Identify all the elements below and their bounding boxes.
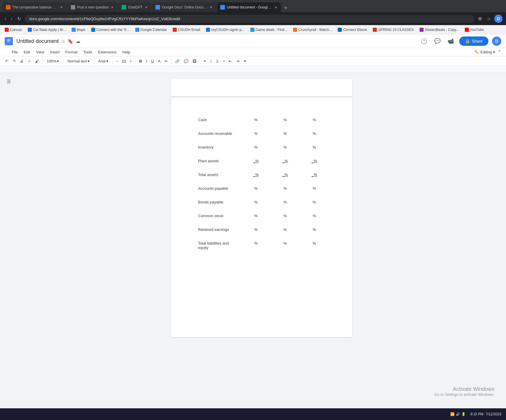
menu-insert[interactable]: Insert (48, 49, 62, 55)
bookmark-csudh[interactable]: CSUDH Email (170, 27, 202, 32)
menu-extensions[interactable]: Extensions (96, 49, 119, 55)
redo-button[interactable]: ↷ (11, 58, 18, 65)
font-increase-button[interactable]: + (128, 58, 134, 65)
val-ta-2[interactable]: _% (271, 170, 300, 179)
val-tl-2[interactable]: % (271, 239, 300, 252)
zoom-dropdown[interactable]: 100% ▾ (44, 58, 61, 65)
highlight-button[interactable]: ✏ (163, 58, 169, 65)
tab-1-close[interactable]: × (60, 4, 63, 10)
underline-button[interactable]: U (149, 58, 155, 65)
val-cash-1[interactable]: % (241, 115, 271, 124)
menu-help[interactable]: Help (120, 49, 133, 55)
bookmark-streambeats[interactable]: StreamBeats - Copy... (417, 27, 461, 32)
bookmark-calstate[interactable]: Cal State Apply | M... (25, 27, 68, 32)
val-tl-1[interactable]: % (241, 239, 271, 252)
val-tl-3[interactable]: % (300, 239, 329, 252)
val-ar-2[interactable]: % (271, 129, 300, 138)
val-ta-3[interactable]: _% (300, 170, 329, 179)
val-cs-2[interactable]: % (271, 211, 300, 220)
val-cash-3[interactable]: % (300, 115, 329, 124)
indent-decrease-button[interactable]: ⇤ (227, 58, 234, 65)
tab-5[interactable]: Untitled document - Google Doc... × (217, 2, 281, 12)
font-decrease-button[interactable]: − (115, 58, 120, 65)
val-bp-2[interactable]: % (271, 198, 300, 207)
image-button[interactable]: 🖼 (191, 58, 198, 65)
tab-1[interactable]: The comparative balance sheet... × (2, 2, 67, 12)
tab-3[interactable]: ChatGPT × (118, 2, 151, 12)
val-cs-3[interactable]: % (300, 211, 329, 220)
cloud-icon[interactable]: ☁ (76, 39, 80, 44)
bookmark-gcal[interactable]: Google Calendar (133, 27, 169, 32)
val-re-2[interactable]: % (271, 225, 300, 234)
val-cash-2[interactable]: % (271, 115, 300, 124)
tab-2[interactable]: Post a new question × (67, 2, 117, 12)
bookmark-maps[interactable]: Maps (69, 27, 88, 32)
bookmark-youtube[interactable]: YouTube (462, 27, 486, 32)
menu-tools[interactable]: Tools (81, 49, 94, 55)
val-ap-2[interactable]: % (271, 184, 300, 193)
menu-file[interactable]: File (9, 49, 20, 55)
val-inv-1[interactable]: % (241, 143, 271, 152)
doc-title[interactable]: Untitled document (16, 38, 59, 44)
bookmark-connect[interactable]: Connect with the Tr... (89, 27, 132, 32)
refresh-button[interactable]: ↻ (16, 15, 22, 23)
doc-page[interactable]: Cash % % % Accounts receivable % % % (171, 98, 352, 337)
val-plant-1[interactable]: _% (241, 156, 271, 165)
bookmark-spring23[interactable]: SPRING 23 CLASSES (370, 27, 416, 32)
val-cs-1[interactable]: % (241, 211, 271, 220)
val-ap-1[interactable]: % (241, 184, 271, 193)
menu-edit[interactable]: Edit (21, 49, 32, 55)
bookmark-ebook[interactable]: Connect Ebook (335, 27, 369, 32)
val-plant-2[interactable]: _% (271, 156, 300, 165)
editing-mode-dropdown[interactable]: ✏️ Editing ▾ (472, 49, 498, 55)
back-button[interactable]: ‹ (4, 15, 7, 22)
history-button[interactable]: 🕐 (419, 36, 429, 46)
bold-button[interactable]: B (137, 58, 143, 65)
val-re-3[interactable]: % (300, 225, 329, 234)
tab-2-close[interactable]: × (110, 4, 114, 10)
tab-4[interactable]: Google Docs: Online Document... × (152, 2, 216, 12)
val-ta-1[interactable]: _% (241, 170, 271, 179)
menu-view[interactable]: View (34, 49, 46, 55)
val-bp-3[interactable]: % (300, 198, 329, 207)
collapse-button[interactable]: ⌃ (498, 49, 501, 55)
text-color-button[interactable]: A (156, 58, 162, 65)
list-numbered-button[interactable]: 1. (214, 58, 221, 65)
link-button[interactable]: 🔗 (173, 58, 181, 65)
comments-button[interactable]: 💬 (432, 36, 442, 46)
val-plant-3[interactable]: _% (300, 156, 329, 165)
val-ar-1[interactable]: % (241, 129, 271, 138)
share-button[interactable]: 🔒 Share (459, 36, 488, 46)
val-ar-3[interactable]: % (300, 129, 329, 138)
val-inv-3[interactable]: % (300, 143, 329, 152)
val-re-1[interactable]: % (241, 225, 271, 234)
bookmark-gamedeals[interactable]: Game deals - Find... (248, 27, 290, 32)
extensions-button[interactable]: ⚙ (477, 15, 483, 23)
bookmark-icon[interactable]: 🔖 (67, 39, 73, 44)
profile-button[interactable]: D (494, 15, 502, 23)
user-avatar[interactable]: D (492, 36, 501, 46)
clear-format-button[interactable]: ✕ (242, 58, 248, 65)
comment-inline-button[interactable]: 💬 (182, 58, 190, 65)
tab-4-close[interactable]: × (209, 4, 213, 10)
val-bp-1[interactable]: % (241, 198, 271, 207)
bookmark-crunchyroll[interactable]: Crunchyroll - Watch... (291, 27, 334, 32)
tab-3-close[interactable]: × (144, 4, 148, 10)
address-input[interactable] (25, 15, 474, 23)
bookmark-canvas[interactable]: Canvas (2, 27, 24, 32)
bookmark-mycsudh[interactable]: myCSUDH signin p... (204, 27, 247, 32)
tab-5-close[interactable]: × (274, 4, 278, 10)
print-button[interactable]: 🖨 (18, 58, 25, 65)
line-spacing-button[interactable]: ↕ (208, 58, 214, 65)
spellcheck-button[interactable]: ✓ (26, 58, 33, 65)
star-icon[interactable]: ☆ (61, 39, 65, 44)
val-inv-2[interactable]: % (271, 143, 300, 152)
paint-format-button[interactable]: 🖌 (33, 58, 41, 65)
italic-button[interactable]: I (144, 58, 149, 65)
align-button[interactable]: ≡ (202, 58, 208, 65)
forward-button[interactable]: › (10, 15, 13, 22)
outline-icon[interactable]: ☰ (7, 79, 11, 84)
menu-format[interactable]: Format (63, 49, 80, 55)
meeting-button[interactable]: 📹 (446, 36, 456, 46)
indent-increase-button[interactable]: ⇥ (234, 58, 241, 65)
